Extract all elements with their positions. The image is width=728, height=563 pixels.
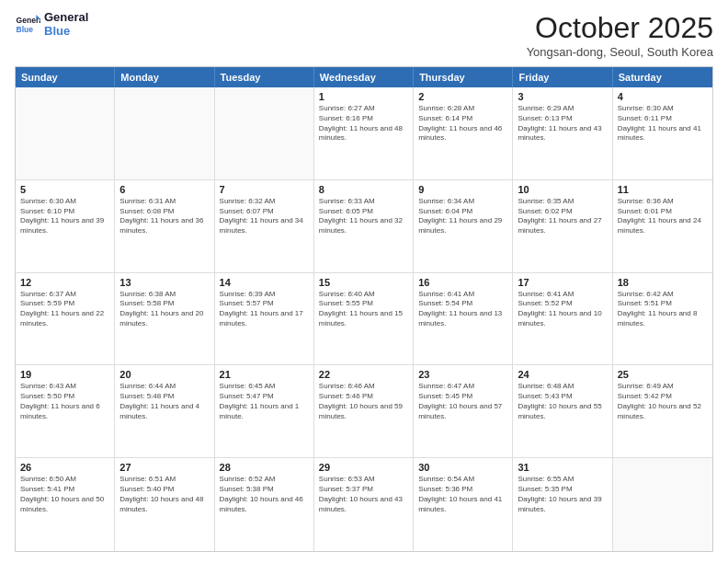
cell-date: 21 [220, 369, 309, 380]
cell-info: Sunrise: 6:44 AM Sunset: 5:48 PM Dayligh… [119, 382, 209, 421]
cell-date: 1 [319, 91, 408, 102]
calendar-cell-5-6: 31Sunrise: 6:55 AM Sunset: 5:35 PM Dayli… [513, 458, 612, 551]
calendar-cell-5-2: 27Sunrise: 6:51 AM Sunset: 5:40 PM Dayli… [115, 458, 214, 551]
calendar-body: 1Sunrise: 6:27 AM Sunset: 6:16 PM Daylig… [16, 87, 712, 551]
cell-info: Sunrise: 6:38 AM Sunset: 5:58 PM Dayligh… [119, 290, 209, 329]
cell-date: 11 [618, 184, 708, 195]
calendar-cell-2-2: 6Sunrise: 6:31 AM Sunset: 6:08 PM Daylig… [115, 180, 214, 272]
cell-info: Sunrise: 6:39 AM Sunset: 5:57 PM Dayligh… [220, 290, 309, 329]
calendar-row-4: 19Sunrise: 6:43 AM Sunset: 5:50 PM Dayli… [16, 365, 712, 458]
calendar-cell-5-5: 30Sunrise: 6:54 AM Sunset: 5:36 PM Dayli… [414, 458, 513, 551]
day-header-monday: Monday [115, 67, 214, 87]
cell-info: Sunrise: 6:40 AM Sunset: 5:55 PM Dayligh… [319, 290, 408, 329]
cell-date: 2 [418, 91, 507, 102]
calendar-cell-4-7: 25Sunrise: 6:49 AM Sunset: 5:42 PM Dayli… [613, 365, 712, 457]
cell-date: 7 [220, 184, 309, 195]
calendar-cell-3-4: 15Sunrise: 6:40 AM Sunset: 5:55 PM Dayli… [314, 273, 414, 365]
cell-info: Sunrise: 6:30 AM Sunset: 6:10 PM Dayligh… [20, 197, 109, 236]
cell-date: 8 [319, 184, 408, 195]
calendar-cell-1-1 [16, 87, 115, 179]
cell-date: 26 [20, 462, 109, 473]
cell-info: Sunrise: 6:54 AM Sunset: 5:36 PM Dayligh… [418, 475, 507, 514]
cell-date: 4 [618, 91, 708, 102]
calendar-cell-4-1: 19Sunrise: 6:43 AM Sunset: 5:50 PM Dayli… [16, 365, 115, 457]
cell-date: 23 [418, 369, 507, 380]
day-headers: SundayMondayTuesdayWednesdayThursdayFrid… [16, 67, 712, 87]
cell-date: 16 [418, 277, 507, 288]
cell-date: 20 [119, 369, 209, 380]
calendar-cell-2-4: 8Sunrise: 6:33 AM Sunset: 6:05 PM Daylig… [314, 180, 414, 272]
calendar-cell-1-2 [115, 87, 214, 179]
calendar-cell-2-7: 11Sunrise: 6:36 AM Sunset: 6:01 PM Dayli… [613, 180, 712, 272]
calendar-cell-4-4: 22Sunrise: 6:46 AM Sunset: 5:46 PM Dayli… [314, 365, 414, 457]
cell-info: Sunrise: 6:37 AM Sunset: 5:59 PM Dayligh… [20, 290, 109, 329]
cell-date: 5 [20, 184, 109, 195]
cell-date: 12 [20, 277, 109, 288]
cell-info: Sunrise: 6:41 AM Sunset: 5:54 PM Dayligh… [418, 290, 507, 329]
cell-info: Sunrise: 6:41 AM Sunset: 5:52 PM Dayligh… [518, 290, 607, 329]
cell-date: 30 [418, 462, 507, 473]
calendar-cell-1-5: 2Sunrise: 6:28 AM Sunset: 6:14 PM Daylig… [414, 87, 513, 179]
header: General Blue GeneralBlue October 2025 Yo… [15, 11, 713, 59]
day-header-sunday: Sunday [16, 67, 115, 87]
calendar-cell-5-1: 26Sunrise: 6:50 AM Sunset: 5:41 PM Dayli… [16, 458, 115, 551]
calendar-cell-3-6: 17Sunrise: 6:41 AM Sunset: 5:52 PM Dayli… [513, 273, 612, 365]
day-header-tuesday: Tuesday [215, 67, 314, 87]
page: General Blue GeneralBlue October 2025 Yo… [0, 0, 728, 563]
calendar-row-1: 1Sunrise: 6:27 AM Sunset: 6:16 PM Daylig… [16, 87, 712, 180]
day-header-saturday: Saturday [613, 67, 712, 87]
calendar-cell-3-1: 12Sunrise: 6:37 AM Sunset: 5:59 PM Dayli… [16, 273, 115, 365]
calendar-cell-2-5: 9Sunrise: 6:34 AM Sunset: 6:04 PM Daylig… [414, 180, 513, 272]
location: Yongsan-dong, Seoul, South Korea [527, 45, 713, 59]
calendar-cell-3-2: 13Sunrise: 6:38 AM Sunset: 5:58 PM Dayli… [115, 273, 214, 365]
calendar-cell-1-3 [215, 87, 314, 179]
calendar-cell-4-6: 24Sunrise: 6:48 AM Sunset: 5:43 PM Dayli… [513, 365, 612, 457]
cell-info: Sunrise: 6:29 AM Sunset: 6:13 PM Dayligh… [518, 104, 607, 144]
cell-info: Sunrise: 6:48 AM Sunset: 5:43 PM Dayligh… [518, 382, 607, 421]
cell-date: 27 [119, 462, 209, 473]
svg-text:Blue: Blue [17, 25, 34, 34]
cell-info: Sunrise: 6:33 AM Sunset: 6:05 PM Dayligh… [319, 197, 408, 236]
cell-info: Sunrise: 6:55 AM Sunset: 5:35 PM Dayligh… [518, 475, 607, 514]
cell-info: Sunrise: 6:52 AM Sunset: 5:38 PM Dayligh… [220, 475, 309, 514]
calendar-cell-3-3: 14Sunrise: 6:39 AM Sunset: 5:57 PM Dayli… [215, 273, 314, 365]
cell-info: Sunrise: 6:28 AM Sunset: 6:14 PM Dayligh… [418, 104, 507, 144]
cell-info: Sunrise: 6:35 AM Sunset: 6:02 PM Dayligh… [518, 197, 607, 236]
calendar-cell-2-3: 7Sunrise: 6:32 AM Sunset: 6:07 PM Daylig… [215, 180, 314, 272]
cell-date: 14 [220, 277, 309, 288]
logo-icon: General Blue [15, 12, 40, 38]
cell-info: Sunrise: 6:34 AM Sunset: 6:04 PM Dayligh… [418, 197, 507, 236]
cell-date: 25 [618, 369, 708, 380]
day-header-thursday: Thursday [414, 67, 513, 87]
cell-date: 22 [319, 369, 408, 380]
calendar-cell-4-3: 21Sunrise: 6:45 AM Sunset: 5:47 PM Dayli… [215, 365, 314, 457]
cell-date: 24 [518, 369, 607, 380]
cell-info: Sunrise: 6:45 AM Sunset: 5:47 PM Dayligh… [220, 382, 309, 421]
calendar-cell-3-7: 18Sunrise: 6:42 AM Sunset: 5:51 PM Dayli… [613, 273, 712, 365]
cell-date: 19 [20, 369, 109, 380]
cell-info: Sunrise: 6:27 AM Sunset: 6:16 PM Dayligh… [319, 104, 408, 144]
day-header-wednesday: Wednesday [314, 67, 414, 87]
day-header-friday: Friday [513, 67, 612, 87]
cell-date: 6 [119, 184, 209, 195]
logo: General Blue GeneralBlue [15, 11, 88, 39]
calendar-cell-2-1: 5Sunrise: 6:30 AM Sunset: 6:10 PM Daylig… [16, 180, 115, 272]
cell-date: 17 [518, 277, 607, 288]
cell-date: 31 [518, 462, 607, 473]
cell-date: 29 [319, 462, 408, 473]
cell-date: 9 [418, 184, 507, 195]
cell-info: Sunrise: 6:46 AM Sunset: 5:46 PM Dayligh… [319, 382, 408, 421]
cell-date: 10 [518, 184, 607, 195]
cell-date: 18 [618, 277, 708, 288]
calendar-row-5: 26Sunrise: 6:50 AM Sunset: 5:41 PM Dayli… [16, 458, 712, 551]
cell-info: Sunrise: 6:50 AM Sunset: 5:41 PM Dayligh… [20, 475, 109, 514]
cell-info: Sunrise: 6:32 AM Sunset: 6:07 PM Dayligh… [220, 197, 309, 236]
logo-text: GeneralBlue [44, 11, 88, 39]
calendar-row-2: 5Sunrise: 6:30 AM Sunset: 6:10 PM Daylig… [16, 180, 712, 273]
cell-info: Sunrise: 6:30 AM Sunset: 6:11 PM Dayligh… [618, 104, 708, 144]
calendar-row-3: 12Sunrise: 6:37 AM Sunset: 5:59 PM Dayli… [16, 273, 712, 366]
calendar-cell-4-5: 23Sunrise: 6:47 AM Sunset: 5:45 PM Dayli… [414, 365, 513, 457]
cell-info: Sunrise: 6:49 AM Sunset: 5:42 PM Dayligh… [618, 382, 708, 421]
calendar-cell-2-6: 10Sunrise: 6:35 AM Sunset: 6:02 PM Dayli… [513, 180, 612, 272]
calendar-cell-4-2: 20Sunrise: 6:44 AM Sunset: 5:48 PM Dayli… [115, 365, 214, 457]
